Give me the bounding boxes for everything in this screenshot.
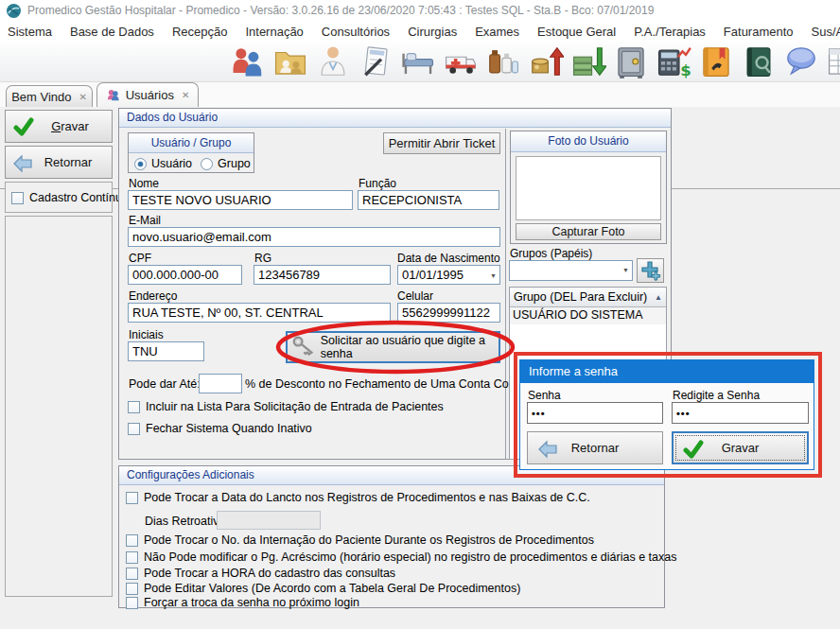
gravar-button[interactable]: Gravar bbox=[5, 110, 113, 143]
pode-trocar-hora-checkbox[interactable] bbox=[126, 568, 138, 580]
tab-usuarios[interactable]: Usuários ✕ bbox=[96, 82, 199, 107]
retornar-button[interactable]: Retornar bbox=[5, 146, 113, 179]
popup-gravar-button[interactable]: Gravar bbox=[672, 431, 809, 464]
menu-internacao[interactable]: Internação bbox=[245, 25, 303, 39]
menu-sistema[interactable]: Sistema bbox=[8, 25, 52, 39]
stock-in-icon[interactable] bbox=[528, 44, 564, 79]
capturar-foto-button[interactable]: Capturar Foto bbox=[516, 223, 661, 240]
pode-trocar-data-checkbox[interactable] bbox=[126, 492, 138, 504]
menu-recepcao[interactable]: Recepção bbox=[172, 25, 228, 39]
hospital-bed-icon[interactable] bbox=[400, 44, 436, 79]
prescription-icon[interactable] bbox=[358, 44, 394, 79]
add-group-button[interactable] bbox=[637, 258, 664, 283]
nascimento-label: Data de Nascimento bbox=[397, 252, 500, 265]
fechar-sistema-checkbox[interactable] bbox=[128, 423, 140, 435]
nao-pode-modificar-label: Não Pode modificar o Pg. Acréscimo (horá… bbox=[144, 550, 676, 564]
permitir-abrir-ticket-button[interactable]: Permitir Abrir Ticket bbox=[383, 132, 500, 154]
toolbar: $ bbox=[0, 42, 840, 82]
incluir-lista-label: Incluir na Lista Para Solicitação de Ent… bbox=[146, 400, 444, 413]
pode-trocar-hora-label: Pode Trocar a HORA do cadastro das consu… bbox=[144, 567, 395, 580]
capturar-foto-label: Capturar Foto bbox=[551, 225, 624, 238]
radio-grupo-label: Grupo bbox=[218, 157, 251, 170]
nascimento-value: 01/01/1995 bbox=[402, 268, 464, 282]
popup-retornar-button[interactable]: Retornar bbox=[527, 431, 663, 464]
nome-input[interactable] bbox=[128, 190, 353, 210]
chevron-down-icon[interactable]: ▼ bbox=[622, 262, 629, 279]
chat-icon[interactable] bbox=[783, 44, 819, 79]
nome-label: Nome bbox=[129, 177, 159, 190]
back-arrow-icon bbox=[12, 153, 33, 174]
safe-icon[interactable] bbox=[613, 44, 649, 79]
form-divider bbox=[505, 129, 506, 460]
menu-consultorios[interactable]: Consultórios bbox=[322, 25, 390, 39]
billing-calculator-icon[interactable]: $ bbox=[656, 44, 691, 79]
menu-base-de-dados[interactable]: Base de Dados bbox=[70, 25, 154, 39]
menu-exames[interactable]: Exames bbox=[475, 25, 519, 39]
sidebar-empty-panel bbox=[5, 216, 113, 597]
cadastro-continuo-checkbox[interactable] bbox=[11, 192, 24, 204]
redigite-senha-input[interactable] bbox=[672, 402, 809, 424]
iniciais-input[interactable] bbox=[128, 341, 204, 361]
sort-ascending-icon: ▲ bbox=[655, 293, 662, 302]
grupos-label: Grupos (Papéis) bbox=[510, 247, 592, 260]
popup-retornar-label: Retornar bbox=[571, 441, 620, 455]
add-plus-icon bbox=[640, 260, 661, 281]
funcao-input[interactable] bbox=[358, 190, 499, 210]
tab-bem-vindo[interactable]: Bem Vindo ✕ bbox=[6, 85, 93, 107]
ambulance-icon[interactable] bbox=[443, 44, 479, 79]
endereco-input[interactable] bbox=[128, 303, 391, 323]
pode-trocar-internacao-checkbox[interactable] bbox=[126, 534, 138, 547]
check-icon bbox=[13, 116, 34, 137]
email-label: E-Mail bbox=[129, 214, 161, 227]
chevron-down-icon[interactable]: ▼ bbox=[490, 267, 497, 283]
cpf-label: CPF bbox=[129, 252, 151, 265]
menu-pa-terapias[interactable]: P.A./Terapias bbox=[634, 25, 706, 39]
directory-users-icon[interactable] bbox=[272, 44, 308, 79]
desconto-input[interactable] bbox=[199, 374, 242, 393]
menu-cirurgias[interactable]: Cirurgias bbox=[408, 25, 457, 39]
doctor-icon[interactable] bbox=[315, 44, 351, 79]
email-input[interactable] bbox=[128, 227, 500, 247]
pharmacy-icon[interactable] bbox=[485, 44, 521, 79]
rg-input[interactable] bbox=[254, 265, 391, 285]
photo-panel-header: Foto do Usuário bbox=[511, 131, 666, 152]
window-title: Promedico Gestão Hospitalar - Promedico … bbox=[27, 4, 654, 17]
back-arrow-icon bbox=[537, 439, 558, 460]
nao-pode-modificar-checkbox[interactable] bbox=[126, 551, 138, 564]
group-row-label: USUÁRIO DO SISTEMA bbox=[513, 308, 643, 322]
check-icon bbox=[683, 439, 704, 460]
phone-book-icon[interactable] bbox=[698, 44, 734, 79]
celular-input[interactable] bbox=[397, 303, 500, 323]
group-row[interactable]: USUÁRIO DO SISTEMA bbox=[510, 307, 666, 324]
grupos-combo[interactable]: ▼ bbox=[509, 260, 633, 281]
solicitar-senha-label: Solicitar ao usuário que digite a senha bbox=[321, 334, 499, 360]
tab-bem-vindo-close-icon[interactable]: ✕ bbox=[79, 92, 86, 102]
fechar-sistema-label: Fechar Sistema Quando Inativo bbox=[146, 422, 312, 435]
pode-editar-valores-checkbox[interactable] bbox=[126, 583, 138, 595]
incluir-lista-checkbox[interactable] bbox=[128, 401, 140, 413]
menu-estoque-geral[interactable]: Estoque Geral bbox=[537, 25, 616, 39]
tab-bem-vindo-label: Bem Vindo bbox=[11, 90, 71, 104]
pode-trocar-data-label: Pode Trocar a Data do Lancto nos Registr… bbox=[144, 491, 590, 504]
menu-sus-ans[interactable]: Sus/Ans bbox=[812, 25, 840, 39]
report-grid-icon[interactable] bbox=[826, 44, 840, 79]
photo-box bbox=[516, 156, 661, 220]
groups-list-header[interactable]: Grupo (DEL Para Excluir) ▲ bbox=[510, 288, 666, 307]
menu-faturamento[interactable]: Faturamento bbox=[724, 25, 794, 39]
users-icon[interactable] bbox=[230, 44, 266, 79]
ledger-book-icon[interactable] bbox=[741, 44, 777, 79]
gravar-button-label: Gravar bbox=[51, 119, 89, 133]
stock-out-icon[interactable] bbox=[570, 44, 606, 79]
solicitar-senha-button[interactable]: Solicitar ao usuário que digite a senha bbox=[286, 331, 500, 363]
cpf-input[interactable] bbox=[128, 265, 242, 285]
photo-panel: Foto do Usuário Capturar Foto bbox=[510, 131, 667, 244]
user-tab-icon bbox=[106, 88, 120, 102]
dias-retroativos-input[interactable] bbox=[217, 511, 321, 530]
tab-usuarios-close-icon[interactable]: ✕ bbox=[182, 90, 189, 100]
forcar-troca-senha-checkbox[interactable] bbox=[126, 597, 138, 609]
radio-grupo[interactable] bbox=[201, 158, 213, 170]
nascimento-combo[interactable]: 01/01/1995 ▼ bbox=[397, 265, 500, 285]
senha-input[interactable] bbox=[527, 402, 663, 424]
radio-usuario[interactable] bbox=[134, 158, 147, 170]
forcar-troca-senha-label: Forçar a troca da senha no próximo login bbox=[144, 596, 359, 609]
